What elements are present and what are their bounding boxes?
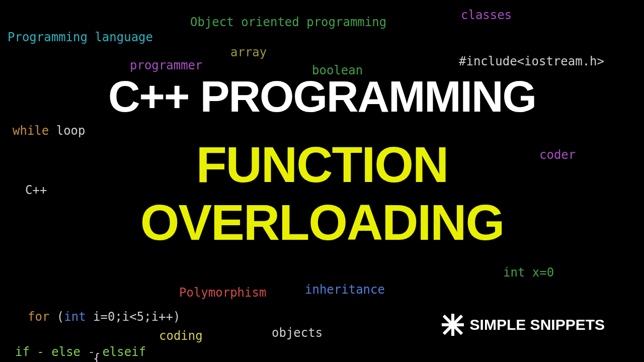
brand-text: SIMPLE SNIPPETS xyxy=(470,316,605,333)
title-line-1: C++ PROGRAMMING xyxy=(0,75,644,118)
title-line-3: OVERLOADING xyxy=(0,199,644,246)
kw-objects: objects xyxy=(272,327,323,339)
kw-array: array xyxy=(230,46,267,58)
brand-logo-icon xyxy=(442,314,464,336)
code-for-loop: for (int i=0;i<5;i++) { } xyxy=(28,283,180,362)
title-line-2: FUNCTION xyxy=(0,141,644,189)
kw-oop: Object oriented programming xyxy=(190,16,386,28)
thumbnail-stage: Programming language Object oriented pro… xyxy=(0,0,644,362)
kw-loop: loop xyxy=(56,124,86,138)
kw-polymorphism: Polymorphism xyxy=(179,287,266,299)
code-line-2: { xyxy=(28,352,180,362)
kw-include: #include<iostream.h> xyxy=(459,55,604,67)
kw-classes: classes xyxy=(461,9,512,21)
kw-while: while xyxy=(13,124,49,138)
code-line-1: for (int i=0;i<5;i++) xyxy=(28,310,180,324)
kw-programmer: programmer xyxy=(130,59,203,71)
brand: SIMPLE SNIPPETS xyxy=(442,314,605,336)
kw-intx: int x=0 xyxy=(503,266,554,279)
kw-programming-language: Programming language xyxy=(8,31,153,43)
kw-inheritance: inheritance xyxy=(305,284,385,296)
kw-while-loop: while loop xyxy=(13,125,86,137)
